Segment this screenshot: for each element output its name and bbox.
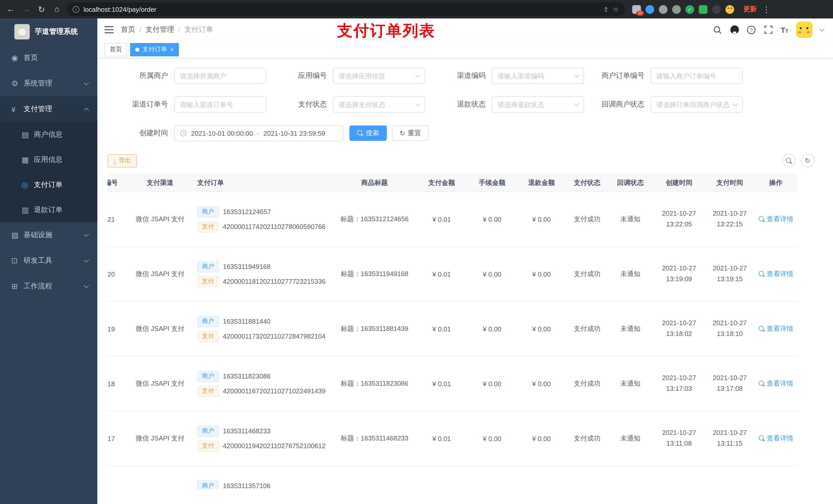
green-extension-icon[interactable] <box>699 5 708 14</box>
merchant-order-no-input[interactable] <box>656 72 737 80</box>
tab-pay-order[interactable]: 支付订单 × <box>130 43 179 56</box>
end-date-value[interactable]: 2021-10-31 23:59:59 <box>263 129 325 137</box>
goods-title: 标题：1635311823086 <box>333 379 416 388</box>
app-no-input[interactable] <box>339 72 413 80</box>
extensions-puzzle-icon[interactable]: 10 <box>632 5 641 14</box>
breadcrumb-home[interactable]: 首页 <box>121 25 135 34</box>
sidebar-item-merchant-info[interactable]: ▤ 商户信息 <box>0 122 97 147</box>
font-size-icon[interactable]: TT <box>781 25 788 34</box>
fullscreen-icon[interactable] <box>764 25 773 34</box>
grid-icon: ▦ <box>22 155 34 164</box>
gray-extension-icon[interactable] <box>659 5 668 14</box>
forward-icon[interactable]: → <box>21 5 32 14</box>
gear-icon: ⚙ <box>11 79 24 88</box>
pin-extension-icon[interactable] <box>712 5 721 14</box>
sidebar-item-dev-tools[interactable]: ⊡ 研发工具 <box>0 248 97 273</box>
chevron-down-icon <box>574 101 579 106</box>
reload-icon[interactable]: ↻ <box>36 4 47 14</box>
breadcrumb: 首页 / 支付管理 / 支付订单 <box>121 25 213 34</box>
pay-order-cell: 商户 1635311881440 支付 42000011732021102728… <box>197 312 333 345</box>
merchant-order-no-input-wrap[interactable] <box>651 68 743 84</box>
order-id: 17 <box>108 435 123 442</box>
notify-status-input[interactable] <box>656 101 731 108</box>
address-bar[interactable]: i localhost:1024/pay/order ⇧ ☆ <box>67 3 625 16</box>
pay-status-select[interactable] <box>333 96 425 113</box>
gray-extension-icon-2[interactable] <box>672 5 681 14</box>
search-button[interactable]: 搜索 <box>349 125 387 141</box>
hamburger-icon[interactable] <box>104 26 114 33</box>
refund-status-input[interactable] <box>497 101 572 108</box>
sidebar-item-pay-order[interactable]: ◎ 支付订单 <box>0 172 97 197</box>
search-icon <box>759 435 765 441</box>
search-icon <box>759 381 765 387</box>
toggle-search-button[interactable] <box>782 154 795 167</box>
app-no-select[interactable] <box>333 68 425 84</box>
view-detail-link[interactable]: 查看详情 <box>759 269 793 279</box>
view-detail-link[interactable]: 查看详情 <box>759 324 793 333</box>
sidebar-item-app-info[interactable]: ▦ 应用信息 <box>0 147 97 172</box>
pay-time: 2021-10-27 13:18:10 <box>706 318 754 339</box>
merchant-order-no: 1635312124657 <box>223 208 271 216</box>
refund-status-select[interactable] <box>492 96 584 113</box>
refresh-table-button[interactable]: ↻ <box>801 154 814 167</box>
table-row: 20 微信 JSAPI 支付 商户 1635311949168 支付 42000… <box>108 247 798 302</box>
help-icon[interactable]: ? <box>747 25 756 34</box>
sidebar-item-system[interactable]: ⚙ 系统管理 <box>0 71 97 96</box>
merchant-input[interactable] <box>180 72 261 80</box>
channel-order-no-input-wrap[interactable] <box>174 96 266 113</box>
tab-close-icon[interactable]: × <box>170 46 174 52</box>
refund-amount: ¥ 0.00 <box>517 325 566 333</box>
merchant-filter-input[interactable] <box>174 68 266 84</box>
smiley-extension-icon[interactable] <box>725 5 734 14</box>
sidebar-item-infra[interactable]: ▧ 基础设施 <box>0 222 97 248</box>
reset-button[interactable]: ↻ 重置 <box>392 125 429 141</box>
tab-home[interactable]: 首页 <box>104 43 127 56</box>
url-text[interactable]: localhost:1024/pay/order <box>84 5 599 13</box>
share-icon[interactable]: ⇧ <box>603 5 609 13</box>
fee-amount: ¥ 0.00 <box>467 270 517 278</box>
filter-row-2: 渠道订单号 支付状态 退款状态 <box>108 96 823 113</box>
bookmark-star-icon[interactable]: ☆ <box>613 5 619 13</box>
merchant-tag: 商户 <box>197 206 219 217</box>
top-navbar: 首页 / 支付管理 / 支付订单 支付订单列表 ? <box>97 19 833 41</box>
channel-code-select[interactable] <box>492 68 584 84</box>
channel-order-no-input[interactable] <box>180 101 261 108</box>
channel-code-input[interactable] <box>497 72 572 80</box>
pay-status-input[interactable] <box>339 101 413 108</box>
site-info-icon[interactable]: i <box>73 6 79 13</box>
view-detail-link[interactable]: 查看详情 <box>759 215 793 224</box>
home-icon[interactable]: ⌂ <box>51 5 63 14</box>
user-avatar[interactable] <box>796 22 812 38</box>
browser-menu-icon[interactable]: ⋮ <box>761 4 772 14</box>
merchant-tag: 商户 <box>197 370 219 382</box>
target-icon: ◎ <box>22 180 34 189</box>
browser-update-button[interactable]: 更新 <box>743 5 757 14</box>
drop-extension-icon[interactable] <box>645 5 654 14</box>
notify-status-select[interactable] <box>651 96 743 113</box>
sidebar-item-home[interactable]: ◉ 首页 <box>0 45 97 71</box>
pay-status: 支付成功 <box>566 215 608 224</box>
chevron-down-icon <box>415 101 420 106</box>
avatar-dropdown-icon[interactable] <box>819 26 825 31</box>
search-icon[interactable] <box>713 25 722 34</box>
view-detail-link[interactable]: 查看详情 <box>759 489 793 489</box>
create-time: 2021-10-27 13:17:03 <box>653 373 706 394</box>
goods-title: 标题：1635312124656 <box>333 215 416 224</box>
create-time: 2021-10-27 13:11:08 <box>653 428 706 449</box>
github-icon[interactable] <box>730 25 739 34</box>
start-date-value[interactable]: 2021-10-01 00:00:00 <box>191 129 253 137</box>
sidebar-item-pay[interactable]: ¥ 支付管理 <box>0 96 97 122</box>
card-icon: ▤ <box>22 130 34 139</box>
sidebar-item-workflow[interactable]: ⊞ 工作流程 <box>0 273 97 299</box>
breadcrumb-pay[interactable]: 支付管理 <box>145 25 174 34</box>
fee-amount: ¥ 0.00 <box>467 325 517 333</box>
sidebar-item-refund-order[interactable]: ▥ 退款订单 <box>0 197 97 222</box>
pay-order-no: 4200001194202110276752100612 <box>223 442 326 450</box>
tab-active-dot <box>135 47 139 51</box>
check-extension-icon[interactable]: ✓ <box>686 5 694 14</box>
view-detail-link[interactable]: 查看详情 <box>759 434 793 443</box>
create-time-range-picker[interactable]: 2021-10-01 00:00:00 - 2021-10-31 23:59:5… <box>174 125 343 141</box>
back-icon[interactable]: ← <box>5 5 16 14</box>
view-detail-link[interactable]: 查看详情 <box>759 379 793 388</box>
export-button[interactable]: ↓ 导出 <box>108 154 137 167</box>
